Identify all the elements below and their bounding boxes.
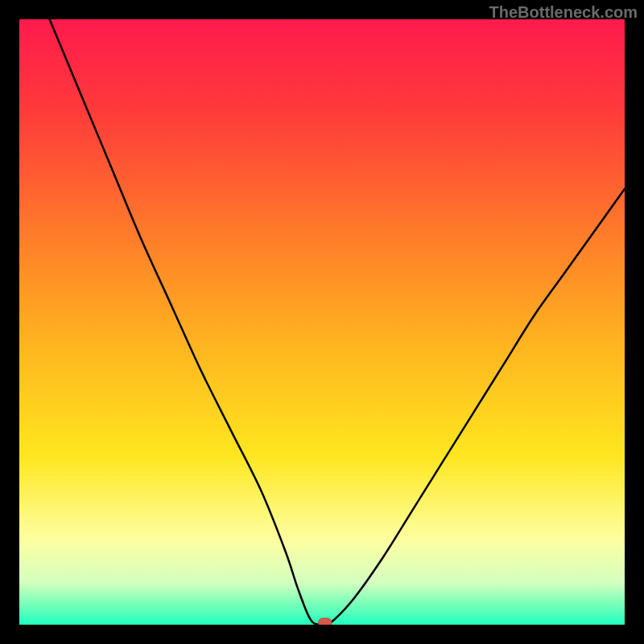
gradient-background xyxy=(19,19,625,625)
chart-container: TheBottleneck.com xyxy=(0,0,644,644)
minimum-marker xyxy=(319,618,332,625)
plot-area xyxy=(19,19,625,625)
